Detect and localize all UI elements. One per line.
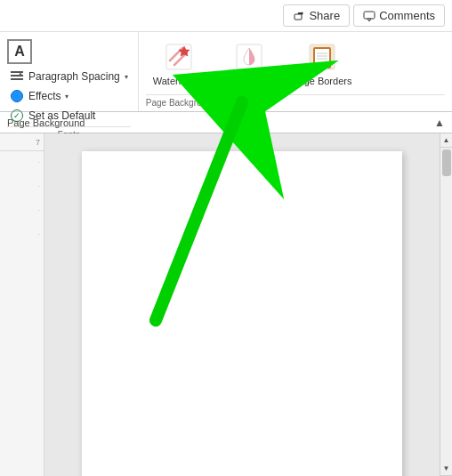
svg-marker-2: [367, 19, 371, 21]
scrollbar-up-button[interactable]: ▲: [440, 133, 453, 148]
collapse-icon[interactable]: ▲: [434, 117, 445, 129]
paragraph-spacing-button[interactable]: Paragraph Spacing ▾: [7, 68, 131, 85]
fonts-group: A: [7, 36, 131, 66]
page-bg-buttons: Watermark ▾: [146, 36, 445, 94]
effects-icon: [10, 89, 24, 103]
ribbon: A Paragraph Spacing ▾ Ef: [0, 32, 452, 112]
ruler-ticks: ····: [0, 151, 44, 476]
page-borders-label: Page Borders: [292, 76, 351, 87]
document-canvas: [44, 133, 440, 476]
svg-rect-14: [314, 48, 330, 68]
scrollbar-thumb[interactable]: [442, 149, 451, 176]
page-background-section-label: Page Background: [146, 94, 445, 111]
page-color-button[interactable]: Page Color ▾: [214, 37, 283, 91]
page-bg-bar-label: Page Background: [7, 117, 85, 128]
effects-button[interactable]: Effects ▾: [7, 87, 131, 105]
scrollbar-down-button[interactable]: ▼: [440, 462, 453, 476]
page-borders-button[interactable]: Page Borders: [285, 37, 359, 91]
page-background-section: Watermark ▾: [139, 32, 452, 111]
page-color-icon: [233, 41, 265, 73]
left-ruler: 7 ····: [0, 133, 44, 476]
lines-icon: [11, 71, 23, 82]
svg-rect-1: [364, 12, 375, 19]
share-button[interactable]: Share: [283, 4, 350, 27]
share-icon: [293, 10, 305, 22]
comments-button[interactable]: Comments: [353, 4, 445, 27]
paragraph-spacing-icon: [10, 69, 24, 84]
paragraph-spacing-label: Paragraph Spacing: [28, 70, 120, 83]
watermark-button[interactable]: Watermark ▾: [146, 37, 213, 91]
effects-label: Effects: [28, 90, 61, 102]
scrollbar-track[interactable]: [440, 148, 452, 462]
paragraph-spacing-caret: ▾: [125, 73, 128, 81]
vertical-scrollbar: ▲ ▼: [440, 133, 452, 476]
comments-icon: [363, 10, 375, 22]
watermark-icon: [163, 41, 195, 73]
svg-rect-0: [295, 14, 302, 20]
comments-label: Comments: [379, 9, 435, 22]
page-color-label: Page Color ▾: [222, 76, 276, 87]
svg-rect-7: [166, 44, 191, 69]
page-borders-icon: [306, 41, 338, 73]
document-page: [82, 151, 402, 476]
svg-rect-5: [11, 78, 23, 80]
ruler-mark-7: 7: [36, 138, 40, 147]
fonts-icon: A: [7, 39, 32, 64]
effects-caret: ▾: [65, 93, 69, 101]
share-label: Share: [309, 9, 340, 22]
svg-rect-3: [11, 71, 23, 73]
watermark-label: Watermark ▾: [153, 76, 206, 87]
document-formatting-section: A Paragraph Spacing ▾ Ef: [0, 32, 139, 111]
top-bar: Share Comments: [0, 0, 452, 32]
